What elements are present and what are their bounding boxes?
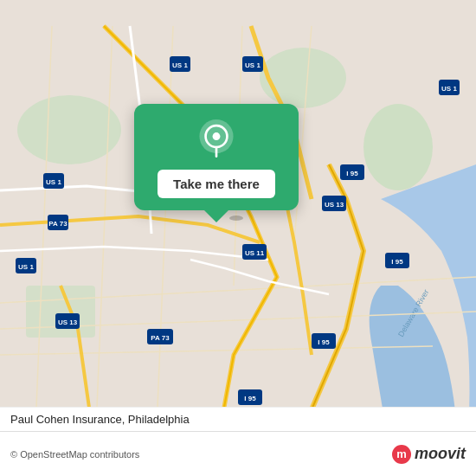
svg-text:US 13: US 13: [325, 201, 344, 209]
osm-attribution: © OpenStreetMap contributors: [10, 449, 392, 460]
svg-text:US 1: US 1: [172, 61, 188, 69]
svg-text:US 1: US 1: [18, 263, 34, 271]
location-label: Paul Cohen Insurance, Philadelphia: [0, 407, 476, 431]
moovit-logo: m moovit: [392, 445, 466, 464]
svg-rect-4: [26, 286, 95, 338]
map-container: Delaware River US 1 US: [0, 0, 476, 476]
moovit-icon: m: [392, 445, 411, 464]
location-pin-icon: [196, 119, 237, 161]
moovit-text: moovit: [415, 445, 466, 463]
bottom-bar: © OpenStreetMap contributors m moovit: [0, 431, 476, 476]
svg-text:PA 73: PA 73: [151, 334, 170, 342]
svg-text:I 95: I 95: [346, 170, 358, 177]
location-text: Paul Cohen Insurance, Philadelphia: [10, 413, 190, 426]
svg-text:US 13: US 13: [58, 318, 78, 326]
svg-text:PA 73: PA 73: [48, 220, 68, 228]
map-background: Delaware River US 1 US: [0, 0, 476, 476]
svg-text:I 95: I 95: [318, 338, 330, 346]
take-me-there-button[interactable]: Take me there: [158, 170, 275, 198]
svg-point-1: [17, 95, 121, 164]
svg-text:US 1: US 1: [245, 61, 261, 69]
svg-text:I 95: I 95: [391, 258, 403, 266]
svg-point-45: [213, 132, 221, 140]
svg-point-42: [229, 215, 243, 221]
svg-point-2: [260, 48, 346, 108]
svg-text:US 11: US 11: [245, 249, 265, 257]
svg-text:I 95: I 95: [244, 395, 256, 402]
svg-text:US 1: US 1: [441, 85, 457, 93]
popup-card: Take me there: [134, 104, 299, 210]
svg-text:US 1: US 1: [46, 178, 61, 186]
svg-point-3: [363, 104, 433, 190]
